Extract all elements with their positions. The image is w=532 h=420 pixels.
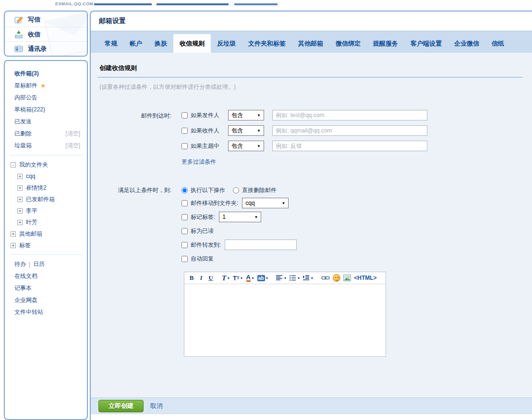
emoticon-button[interactable]: [332, 273, 341, 283]
compose-label: 写信: [28, 15, 40, 24]
more-filters-link[interactable]: 更多过滤条件: [181, 158, 216, 166]
forward-checkbox[interactable]: [181, 242, 188, 248]
highlight-color-button[interactable]: ab▼: [256, 273, 270, 283]
star-icon: ★: [40, 82, 46, 89]
html-mode-button[interactable]: <HTML>: [353, 273, 377, 283]
folder-starred[interactable]: 星标邮件 ★: [5, 80, 87, 92]
tree-folder-cqq[interactable]: + cqq: [5, 170, 87, 182]
expand-icon[interactable]: +: [11, 231, 16, 237]
notes-link[interactable]: 记事本: [5, 282, 87, 294]
folder-deleted[interactable]: 已删除 [清空]: [5, 128, 87, 140]
receive-arrow-icon: [14, 30, 23, 39]
tree-folder-liping[interactable]: + 李平: [5, 205, 87, 216]
tree-my-folders[interactable]: - 我的文件夹: [5, 159, 87, 170]
folder-announcements[interactable]: 内部公告: [5, 92, 87, 104]
form-footer: 立即创建 取消: [91, 397, 532, 414]
tree-folder-yefang[interactable]: + 叶芳: [5, 216, 87, 228]
sender-label: 如果发件人: [191, 111, 228, 120]
tab-stationery[interactable]: 信纸: [485, 34, 510, 53]
tab-reminder-service[interactable]: 提醒服务: [367, 34, 404, 53]
bottom-strip: [91, 414, 532, 420]
subject-checkbox[interactable]: [181, 143, 188, 149]
tree-tags[interactable]: + 标签: [5, 240, 87, 251]
font-color-button[interactable]: A▼: [245, 273, 255, 283]
compose-button[interactable]: 写信: [5, 12, 87, 27]
section-heading: 创建收信规则: [97, 64, 522, 78]
forward-address-input[interactable]: [225, 240, 297, 250]
tag-checkbox[interactable]: [181, 214, 188, 220]
filter-conditions: 邮件到达时: 如果发件人 包含 如果收件人 包含: [97, 110, 522, 156]
enterprise-drive-link[interactable]: 企业网盘: [5, 294, 87, 306]
recipient-value-input[interactable]: [272, 125, 427, 136]
list-button[interactable]: ▼: [289, 273, 301, 283]
insert-link-button[interactable]: [320, 273, 331, 283]
folder-sent[interactable]: 已发送: [5, 116, 87, 128]
sender-checkbox[interactable]: [181, 112, 188, 119]
create-rule-button[interactable]: 立即创建: [98, 400, 144, 412]
indent-icon: [303, 275, 310, 281]
receive-mail-button[interactable]: 收信: [5, 27, 87, 41]
list-icon: [290, 275, 296, 281]
radio-delete-mail[interactable]: 直接删除邮件: [233, 186, 277, 194]
filter-row-subject: 如果主题中 包含: [181, 141, 427, 151]
tab-other-mailboxes[interactable]: 其他邮箱: [292, 34, 329, 53]
recipient-checkbox[interactable]: [181, 128, 188, 134]
delete-radio[interactable]: [233, 187, 239, 193]
action-radio-row: 满足以上条件时，则: 执行以下操作 直接删除邮件: [97, 186, 522, 194]
subject-value-input[interactable]: [272, 141, 427, 151]
sender-value-input[interactable]: [272, 110, 427, 120]
expand-icon[interactable]: +: [17, 197, 23, 202]
underline-button[interactable]: U: [206, 273, 215, 283]
italic-button[interactable]: I: [197, 273, 206, 283]
tag-select[interactable]: 1: [219, 212, 261, 222]
todo-calendar-row: 待办 | 日历: [5, 258, 87, 270]
mark-read-checkbox[interactable]: [181, 228, 188, 234]
autoreply-checkbox[interactable]: [181, 256, 188, 262]
folder-inbox[interactable]: 收件箱(3): [5, 68, 87, 80]
todo-link[interactable]: 待办: [14, 260, 26, 268]
indent-button[interactable]: ▼: [302, 273, 314, 283]
forward-label: 邮件转发到:: [191, 241, 221, 249]
expand-icon[interactable]: +: [17, 208, 23, 214]
tab-client-settings[interactable]: 客户端设置: [404, 34, 448, 53]
sender-condition-select[interactable]: 包含: [228, 110, 264, 120]
align-button[interactable]: ▼: [275, 273, 288, 283]
file-transfer-link[interactable]: 文件中转站: [5, 306, 87, 318]
empty-spam-link[interactable]: [清空]: [65, 142, 80, 150]
tree-folder-sent-box[interactable]: + 已发邮件箱: [5, 193, 87, 205]
font-family-button[interactable]: T▼: [221, 273, 231, 283]
tree-folder-cuiqingqing2[interactable]: + 崔情情2: [5, 182, 87, 193]
tab-antispam[interactable]: 反垃圾: [211, 34, 242, 53]
bold-button[interactable]: B: [187, 273, 196, 283]
editor-body[interactable]: [184, 284, 386, 356]
expand-icon[interactable]: +: [11, 243, 16, 248]
move-folder-checkbox[interactable]: [181, 200, 188, 206]
tab-account[interactable]: 帐户: [123, 34, 148, 53]
insert-image-button[interactable]: [342, 273, 352, 283]
tab-enterprise-wechat[interactable]: 企业微信: [448, 34, 485, 53]
recipient-condition-select[interactable]: 包含: [228, 125, 264, 136]
tab-skin[interactable]: 换肤: [148, 34, 173, 53]
empty-deleted-link[interactable]: [清空]: [65, 130, 80, 138]
folder-drafts[interactable]: 草稿箱(222): [5, 104, 87, 116]
calendar-link[interactable]: 日历: [33, 260, 45, 268]
radio-execute-actions[interactable]: 执行以下操作: [181, 186, 225, 194]
execute-radio[interactable]: [181, 187, 188, 193]
expand-icon[interactable]: +: [17, 174, 23, 179]
tab-general[interactable]: 常规: [98, 34, 123, 53]
tab-mail-rules[interactable]: 收信规则: [173, 34, 211, 53]
cancel-link[interactable]: 取消: [150, 402, 163, 410]
expand-icon[interactable]: +: [17, 220, 23, 225]
expand-icon[interactable]: +: [17, 185, 23, 191]
font-size-button[interactable]: TT▼: [232, 273, 244, 283]
separator: |: [29, 261, 30, 268]
tree-other-mailboxes[interactable]: + 其他邮箱: [5, 228, 87, 240]
online-docs-link[interactable]: 在线文档: [5, 270, 87, 282]
subject-condition-select[interactable]: 包含: [228, 141, 264, 151]
folder-spam[interactable]: 垃圾箱 [清空]: [5, 140, 87, 152]
contacts-button[interactable]: 通讯录: [5, 41, 87, 56]
tab-folders-tags[interactable]: 文件夹和标签: [242, 34, 292, 53]
move-folder-select[interactable]: cqq: [242, 198, 289, 208]
tab-wechat-binding[interactable]: 微信绑定: [329, 34, 367, 53]
collapse-icon[interactable]: -: [11, 162, 16, 168]
